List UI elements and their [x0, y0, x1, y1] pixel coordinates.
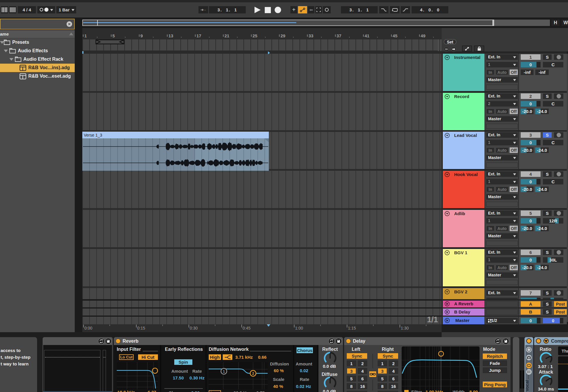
svg-text:1: 1	[223, 370, 225, 374]
svg-text:Width: Width	[453, 389, 465, 392]
svg-text:2: 2	[252, 372, 254, 376]
svg-text:1.00 kHz: 1.00 kHz	[426, 389, 443, 392]
svg-text:Filter: Filter	[411, 389, 422, 392]
svg-text:8.00: 8.00	[469, 389, 478, 392]
